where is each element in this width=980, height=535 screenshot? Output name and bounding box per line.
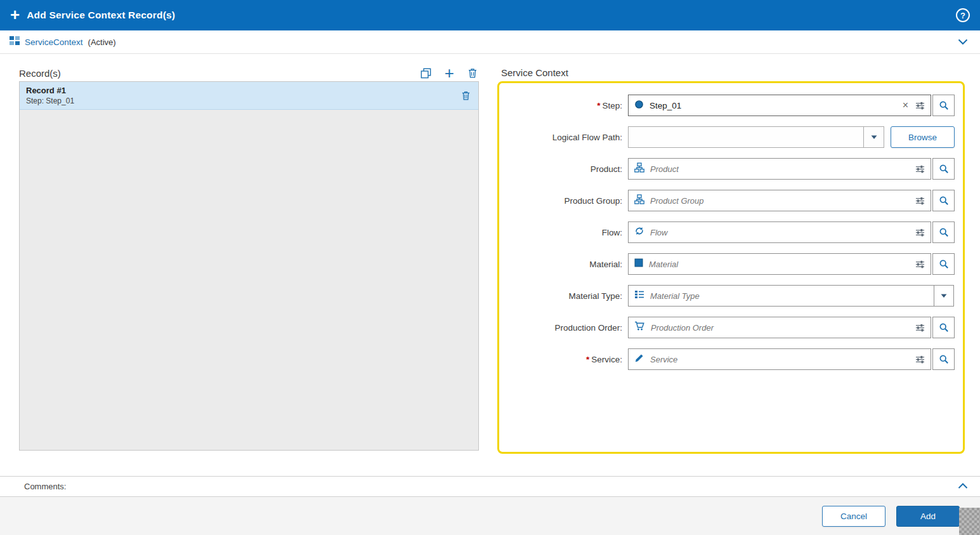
- entity-bar: ServiceContext (Active): [0, 30, 980, 54]
- required-asterisk: *: [586, 355, 589, 364]
- flow-icon: [634, 226, 644, 239]
- cancel-button[interactable]: Cancel: [822, 506, 885, 527]
- records-header: Record(s) +: [19, 65, 479, 81]
- material-type-dropdown-button[interactable]: [934, 285, 954, 307]
- filter-icon[interactable]: [915, 228, 925, 237]
- product-group-label: Product Group:: [564, 196, 622, 206]
- service-pencil-icon: [634, 353, 644, 366]
- filter-icon[interactable]: [915, 323, 925, 333]
- form-row-product-group: Product Group: Product Group: [499, 185, 963, 216]
- add-button[interactable]: Add: [896, 506, 960, 527]
- delete-record-button[interactable]: [466, 66, 479, 80]
- browse-button[interactable]: Browse: [891, 126, 955, 148]
- collapse-chevron-icon[interactable]: [955, 35, 970, 50]
- service-search-button[interactable]: [932, 348, 955, 370]
- production-order-cart-icon: [634, 321, 645, 334]
- help-icon[interactable]: ?: [956, 8, 970, 22]
- product-group-placeholder: Product Group: [650, 196, 704, 206]
- material-icon: [634, 258, 643, 270]
- step-label: Step:: [602, 101, 622, 110]
- form-row-flow: Flow: Flow: [499, 216, 963, 248]
- form-row-material: Material: Material: [499, 248, 963, 280]
- filter-icon[interactable]: [915, 164, 925, 174]
- record-title: Record #1: [26, 86, 74, 95]
- product-search-button[interactable]: [932, 158, 955, 180]
- render-artifact: [959, 508, 980, 535]
- entity-icon: [10, 36, 20, 48]
- filter-icon[interactable]: [915, 101, 925, 110]
- product-input[interactable]: Product: [628, 158, 931, 180]
- required-asterisk: *: [597, 101, 600, 110]
- record-list: Record #1 Step: Step_01: [19, 81, 479, 451]
- production-order-input[interactable]: Production Order: [628, 317, 931, 338]
- material-type-input[interactable]: Material Type: [628, 285, 934, 307]
- service-placeholder: Service: [650, 355, 677, 364]
- service-label: Service:: [591, 355, 622, 364]
- flow-search-button[interactable]: [932, 221, 955, 243]
- step-value: Step_01: [650, 101, 681, 110]
- filter-icon[interactable]: [915, 196, 925, 206]
- material-input[interactable]: Material: [628, 253, 931, 275]
- flow-label: Flow:: [602, 228, 622, 237]
- comments-section: Comments:: [0, 476, 980, 497]
- dialog-footer: Cancel Add: [0, 497, 980, 535]
- product-placeholder: Product: [650, 164, 679, 174]
- clear-icon[interactable]: ×: [901, 100, 910, 110]
- production-order-search-button[interactable]: [932, 317, 955, 338]
- filter-icon[interactable]: [915, 355, 925, 364]
- form-row-material-type: Material Type: Material Type: [499, 280, 963, 312]
- material-type-label: Material Type:: [568, 291, 622, 301]
- flow-input[interactable]: Flow: [628, 221, 931, 243]
- dialog-title: Add Service Context Record(s): [27, 10, 949, 21]
- logical-flow-path-input[interactable]: [628, 126, 864, 148]
- service-context-form: *Step: Step_01 × Logical Flow Path: Brow…: [497, 81, 965, 454]
- logical-flow-path-label: Logical Flow Path:: [552, 133, 622, 142]
- production-order-placeholder: Production Order: [651, 323, 714, 333]
- form-title: Service Context: [501, 67, 568, 78]
- product-label: Product:: [591, 164, 622, 174]
- product-hierarchy-icon: [634, 162, 644, 175]
- material-type-placeholder: Material Type: [650, 291, 700, 301]
- add-record-button[interactable]: +: [443, 66, 455, 80]
- dialog-header: + Add Service Context Record(s) ?: [0, 0, 980, 30]
- material-placeholder: Material: [649, 260, 678, 269]
- record-item[interactable]: Record #1 Step: Step_01: [20, 82, 478, 110]
- material-type-icon: [634, 289, 644, 302]
- records-title: Record(s): [19, 68, 61, 79]
- service-input[interactable]: Service: [628, 348, 931, 370]
- form-row-step: *Step: Step_01 ×: [499, 89, 963, 121]
- step-icon: [634, 100, 644, 112]
- add-icon: +: [10, 6, 20, 23]
- material-label: Material:: [589, 260, 622, 269]
- production-order-label: Production Order:: [554, 323, 622, 333]
- filter-icon[interactable]: [915, 260, 925, 269]
- comments-collapse-chevron-icon[interactable]: [955, 479, 970, 494]
- product-group-hierarchy-icon: [634, 194, 644, 207]
- logical-flow-path-dropdown-button[interactable]: [864, 126, 884, 148]
- plus-icon: +: [445, 67, 454, 79]
- product-group-search-button[interactable]: [932, 190, 955, 211]
- material-search-button[interactable]: [932, 253, 955, 275]
- form-row-logical-flow-path: Logical Flow Path: Browse: [499, 121, 963, 153]
- entity-status: (Active): [88, 37, 116, 47]
- step-search-button[interactable]: [932, 95, 955, 116]
- form-row-production-order: Production Order: Production Order: [499, 312, 963, 343]
- delete-record-item-icon[interactable]: [460, 89, 472, 102]
- flow-placeholder: Flow: [650, 228, 667, 237]
- product-group-input[interactable]: Product Group: [628, 190, 931, 211]
- entity-link[interactable]: ServiceContext: [25, 37, 83, 47]
- record-subtitle: Step: Step_01: [26, 96, 74, 105]
- comments-label: Comments:: [24, 482, 66, 491]
- form-row-service: *Service: Service: [499, 343, 963, 375]
- step-input[interactable]: Step_01 ×: [628, 95, 931, 116]
- form-row-product: Product: Product: [499, 153, 963, 185]
- copy-record-button[interactable]: [419, 67, 433, 80]
